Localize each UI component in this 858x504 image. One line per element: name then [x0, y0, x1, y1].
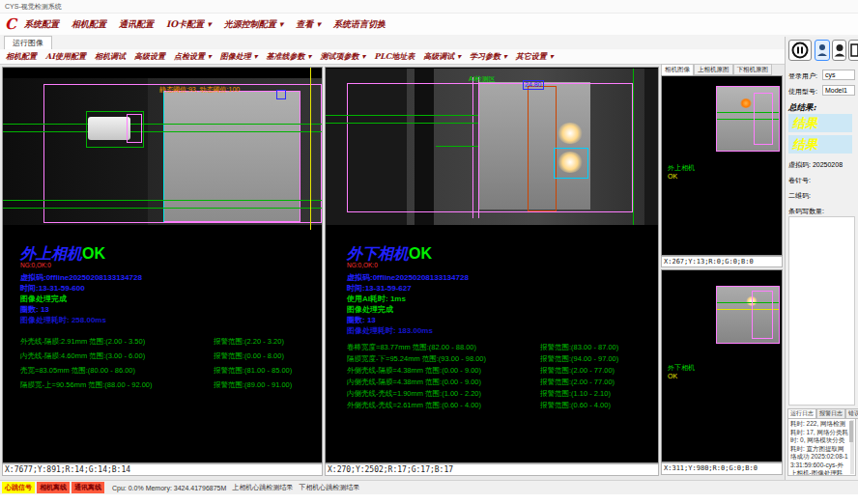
alarm-range: 报警范围:(83.00 - 87.00): [540, 342, 618, 353]
user-manage-button[interactable]: [832, 40, 846, 61]
virtual-code-caption: 虚拟码:: [788, 161, 811, 168]
tool-baseline-params[interactable]: 基准线参数 ▾: [267, 51, 312, 62]
user-login-button[interactable]: [815, 40, 830, 61]
measurement-row: 内侧壳线-隔膜=4.38mm 范围:(0.00 - 9.00)报警范围:(2.0…: [347, 377, 648, 388]
upper-camera-heartbeat: 上相机心跳检测结果: [232, 483, 293, 492]
needle-label: 卷针号:: [788, 176, 811, 185]
app-logo-icon: C: [5, 14, 16, 34]
left-camera-image[interactable]: 静态阈值:93, 动态阈值:100: [3, 78, 323, 225]
menu-camera-config[interactable]: 相机配置: [72, 18, 106, 31]
menu-light-config[interactable]: 光源控制配置 ▾: [224, 18, 284, 31]
menu-system-config[interactable]: 系统配置: [24, 18, 59, 31]
thumb1-roi-box: [754, 93, 773, 145]
middle-ng-ok-counter: NG:0,OK:0: [347, 262, 648, 269]
config-toolbar: 相机配置 AI使用配置 相机调试 高级设置 点检设置 ▾ 图像处理 ▾ 基准线参…: [0, 49, 858, 65]
thumb1-image[interactable]: [716, 86, 780, 152]
menu-comm-config[interactable]: 通讯配置: [119, 18, 154, 31]
alarm-range: 报警范围:(81.00 - 85.00): [214, 363, 292, 378]
user-dark-icon: [834, 43, 845, 57]
tool-learning-params[interactable]: 学习参数 ▾: [470, 51, 507, 62]
log-scrollbar-thumb[interactable]: [849, 421, 853, 442]
alarm-range: 报警范围:(89.00 - 91.00): [214, 378, 292, 392]
left-yellow-guide-line: [310, 68, 311, 230]
left-green-line-3: [3, 200, 323, 201]
result-list-area[interactable]: [788, 216, 855, 406]
left-connector-tip-box: [127, 114, 142, 143]
login-user-label: 登录用户:: [788, 71, 817, 81]
menu-view[interactable]: 查看 ▾: [296, 18, 321, 31]
thumb2-result: OK: [668, 372, 695, 380]
measurement-row: 卷棒宽度=83.77mm 范围:(82.00 - 88.00)报警范围:(83.…: [347, 342, 648, 353]
middle-time: 时间:13-31-59-627: [347, 283, 648, 294]
thumb1-view[interactable]: 外上相机 OK: [661, 75, 783, 256]
thumb2-view[interactable]: 外下相机 OK: [661, 269, 783, 462]
middle-turns-count: 圈数: 13: [347, 315, 648, 325]
comm-offline-badge: 通讯离线: [72, 482, 104, 493]
tab-upper-camera-raw[interactable]: 上相机原图: [694, 64, 733, 75]
middle-pixel-readout: X:270;Y:2502;R:17;G:17;B:17: [325, 463, 659, 476]
log-text: 耗时: 222, 网络检测耗时: 17, 网络分类耗时: 0, 网络模块分类耗时…: [790, 420, 848, 476]
middle-green-line-3: [436, 146, 478, 147]
model-label: 使用型号:: [788, 87, 817, 97]
pause-button[interactable]: [788, 40, 812, 61]
tool-camera-debug[interactable]: 相机调试: [95, 51, 126, 62]
measure-value: 卷棒宽度=83.77mm 范围:(82.00 - 88.00): [347, 342, 540, 353]
measurement-row: 外壳线-隔膜:2.91mm 范围:(2.00 - 3.50)报警范围:(2.20…: [20, 334, 322, 349]
middle-ai-elapsed: 使用AI耗时: 1ms: [347, 294, 648, 304]
middle-process-elapsed: 图像处理耗时: 183.00ms: [347, 325, 648, 336]
tab-camera-image[interactable]: 相机图像: [661, 64, 694, 75]
tool-ai-usage-config[interactable]: AI使用配置: [45, 51, 86, 62]
middle-roi-box: [347, 83, 633, 212]
tool-other-settings[interactable]: 其它设置 ▾: [516, 51, 554, 62]
measure-value: 内侧壳线-隔膜=4.38mm 范围:(0.00 - 9.00): [347, 377, 540, 388]
thumb1-pixel-readout: X:267;Y:13;R:0;G:0;B:0: [661, 256, 783, 267]
result-badge-upper: 结果: [788, 114, 852, 132]
virtual-code-label: 虚拟码: 20250208: [788, 160, 843, 170]
middle-camera-image[interactable]: AI检测区 24.80: [326, 69, 659, 225]
title-bar: CYS-视觉检测系统: [0, 0, 858, 14]
thumb2-camera-name: 外下相机: [668, 363, 695, 372]
result-badge-lower: 结果: [788, 135, 852, 154]
tool-spot-check[interactable]: 点检设置 ▾: [174, 51, 212, 62]
logout-button[interactable]: [848, 40, 858, 61]
left-camera-title: 外上相机OK: [20, 245, 322, 262]
measurement-row: 内侧壳线-壳线=1.90mm 范围:(1.00 - 2.20)报警范围:(1.1…: [347, 388, 648, 400]
left-connector-part: [88, 117, 130, 140]
left-camera-view[interactable]: 静态阈值:93, 动态阈值:100 外上相机OK NG:0,OK:0 虚拟码:0…: [2, 67, 323, 463]
exit-door-icon: [850, 43, 858, 57]
left-threshold-overlay: 静态阈值:93, 动态阈值:100: [159, 85, 240, 95]
measurement-row: 外侧壳线-隔膜=4.38mm 范围:(0.00 - 9.00)报警范围:(2.0…: [347, 365, 648, 377]
lower-camera-heartbeat: 下相机心跳检测结果: [299, 483, 359, 492]
barcode-write-count-label: 条码写数量:: [788, 207, 824, 216]
left-green-line-2: [3, 131, 323, 132]
tool-image-processing[interactable]: 图像处理 ▾: [220, 51, 258, 62]
left-cyan-edge-line: [163, 91, 164, 222]
middle-camera-view[interactable]: AI检测区 24.80 外下相机OK NG:0,OK:0 虚拟码:0ffline…: [325, 67, 659, 463]
middle-blue-tag: 24.80: [523, 80, 544, 90]
tool-advanced-debug[interactable]: 高级调试 ▾: [423, 51, 461, 62]
alarm-range: 报警范围:(2.00 - 77.00): [540, 365, 615, 377]
middle-camera-name: 外下相机: [347, 244, 409, 263]
tool-camera-config[interactable]: 相机配置: [6, 51, 37, 62]
alarm-range: 报警范围:(0.60 - 4.00): [540, 400, 611, 411]
login-user-value[interactable]: cys: [822, 70, 855, 80]
middle-measurements: 卷棒宽度=83.77mm 范围:(82.00 - 88.00)报警范围:(83.…: [347, 342, 648, 411]
alarm-range: 报警范围:(0.00 - 8.00): [214, 349, 284, 363]
left-cell-case: [163, 91, 300, 222]
camera-offline-badge: 相机离线: [37, 482, 70, 493]
log-scrollbar[interactable]: [850, 420, 854, 474]
heartbeat-badge: 心跳信号: [2, 482, 35, 493]
tool-advanced-settings[interactable]: 高级设置: [134, 51, 165, 62]
tool-test-params[interactable]: 测试项参数 ▾: [320, 51, 365, 62]
tab-lower-camera-raw[interactable]: 下相机原图: [733, 64, 773, 75]
menu-io-config[interactable]: IO卡配置 ▾: [166, 18, 212, 31]
middle-green-line-1: [326, 115, 478, 116]
tab-run-image[interactable]: 运行图像: [4, 36, 52, 50]
tool-plc-address-table[interactable]: PLC地址表: [374, 51, 415, 62]
log-text-area[interactable]: 耗时: 222, 网络检测耗时: 17, 网络分类耗时: 0, 网络模块分类耗时…: [787, 418, 856, 476]
measure-value: 外侧壳线-壳线=2.61mm 范围:(0.60 - 4.00): [347, 400, 540, 411]
menu-language-switch[interactable]: 系统语言切换: [333, 18, 386, 31]
thumb2-image[interactable]: [716, 286, 780, 344]
model-select[interactable]: Model1: [822, 85, 855, 96]
alarm-range: 报警范围:(2.20 - 3.20): [214, 334, 284, 349]
